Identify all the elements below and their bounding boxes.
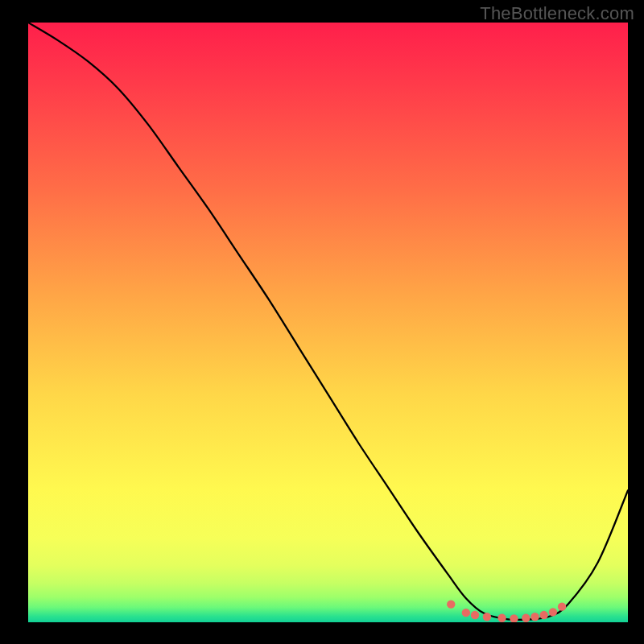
highlight-dot xyxy=(447,600,455,608)
curve-layer xyxy=(28,23,628,622)
highlight-dot xyxy=(462,609,470,617)
highlight-dot xyxy=(483,613,491,621)
highlight-dot xyxy=(522,614,530,622)
plot-area xyxy=(28,23,628,622)
chart-container: TheBottleneck.com xyxy=(0,0,644,644)
highlight-dot xyxy=(471,611,479,619)
highlight-dot xyxy=(530,613,539,621)
highlight-dot xyxy=(549,608,557,616)
watermark-text: TheBottleneck.com xyxy=(480,3,634,24)
highlight-dot xyxy=(558,602,566,610)
bottleneck-curve xyxy=(28,23,628,620)
highlight-dot xyxy=(540,611,548,619)
highlight-dot xyxy=(497,614,506,622)
highlight-dot xyxy=(510,614,518,622)
